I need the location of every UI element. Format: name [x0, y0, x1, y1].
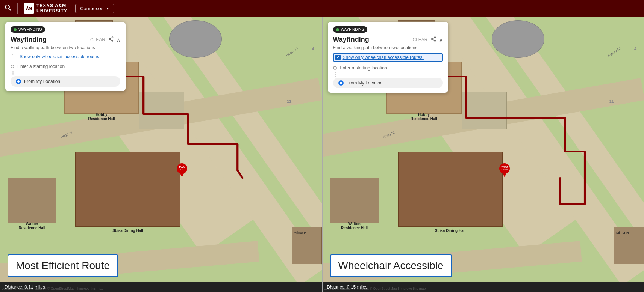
dots-connector-right	[333, 72, 443, 77]
search-icon[interactable]	[5, 4, 11, 13]
caption-box-right: Wheelchair Accessible	[330, 254, 452, 277]
dot3-right	[335, 76, 336, 77]
from-location-text-right: From My Location	[347, 80, 383, 86]
svg-line-1	[9, 8, 11, 10]
enter-location-label-left: Enter a starting location	[17, 64, 65, 69]
walton-building: WaltonResidence Hall	[8, 178, 56, 223]
wayfinding-actions-right: CLEAR ∧	[412, 36, 442, 43]
sbisa-label: Sbisa Dining Hall	[112, 229, 143, 233]
svg-line-18	[432, 38, 434, 39]
right-map-panel: HobbyResidence Hall Sbisa Dining Hall Wa…	[322, 17, 644, 292]
collapse-icon-right[interactable]: ∧	[439, 37, 443, 43]
svg-point-0	[5, 5, 9, 9]
badge-dot-right	[336, 28, 339, 31]
svg-point-7	[112, 40, 113, 41]
svg-line-10	[110, 39, 112, 41]
location-target-icon-right	[338, 80, 344, 86]
from-location-row-left[interactable]: From My Location	[11, 76, 120, 87]
maps-container: HobbyResidence Hall Sbisa Dining Hall Wa…	[0, 17, 644, 292]
right-map-bg[interactable]: HobbyResidence Hall Sbisa Dining Hall Wa…	[323, 17, 644, 292]
share-icon-left[interactable]	[108, 36, 114, 43]
location-target-inner-right	[340, 82, 342, 84]
wayfinding-title-left: Wayfinding	[11, 36, 47, 44]
milner-label: Milner H	[294, 231, 307, 235]
svg-text:TAMU: TAMU	[501, 166, 508, 168]
svg-marker-3	[179, 171, 185, 177]
wayfinding-panel-right: WAYFINDING Wayfinding CLEAR	[328, 22, 448, 93]
clear-button-left[interactable]: CLEAR	[90, 37, 105, 42]
nav-divider	[17, 3, 18, 14]
right-walton-building: WaltonResidence Hall	[330, 178, 379, 223]
right-map-num-4: 4	[634, 47, 636, 51]
dot2-right	[335, 74, 336, 75]
svg-line-19	[432, 39, 434, 41]
badge-text-right: WAYFINDING	[341, 27, 365, 32]
svg-point-16	[434, 40, 435, 41]
wayfinding-header-right: Wayfinding CLEAR ∧	[333, 36, 443, 44]
wheelchair-checkbox-left[interactable]	[12, 54, 17, 59]
from-location-text-left: From My Location	[24, 79, 60, 84]
location-dot-left	[11, 65, 14, 68]
tamu-logo-text: TEXAS A&M UNIVERSITY.	[36, 3, 68, 14]
dot1-left	[12, 71, 14, 72]
map-num-4: 4	[312, 47, 314, 51]
attribution-left: Leaflet | © mapbox © Mapbox © OpenStreet…	[2, 287, 103, 290]
enter-location-label-right: Enter a starting location	[340, 65, 387, 71]
dot3-left	[12, 74, 14, 75]
wheelchair-row-left[interactable]: Show only wheelchair accessible routes.	[11, 53, 120, 60]
sbisa-building: Sbisa Dining Hall	[75, 152, 180, 227]
caption-text-right: Wheelchair Accessible	[338, 260, 444, 271]
wayfinding-badge-right: WAYFINDING	[333, 26, 368, 33]
dot1-right	[335, 72, 336, 73]
navbar: ĀM TEXAS A&M UNIVERSITY. Campuses ▼	[0, 0, 644, 17]
wheelchair-label-left[interactable]: Show only wheelchair accessible routes.	[20, 54, 100, 59]
share-icon-right[interactable]	[431, 36, 436, 43]
svg-text:ENTER: ENTER	[501, 169, 508, 171]
right-map-num-11: 11	[609, 99, 614, 104]
attribution-text-left: Leaflet | © mapbox © Mapbox © OpenStreet…	[2, 287, 103, 290]
wheelchair-label-right[interactable]: Show only wheelchair accessible routes.	[343, 55, 424, 60]
wayfinding-badge-left: WAYFINDING	[11, 26, 45, 33]
wayfinding-header-left: Wayfinding CLEAR ∧	[11, 36, 120, 44]
walton-label: WaltonResidence Hall	[18, 222, 45, 230]
attribution-text-right: Leaflet | © mapbox © Mapbox © OpenStreet…	[324, 287, 426, 290]
tamu-logo-icon: ĀM	[24, 3, 34, 14]
right-sbisa-label: Sbisa Dining Hall	[435, 229, 466, 233]
chevron-down-icon: ▼	[106, 6, 109, 11]
parking-lot	[139, 92, 184, 129]
caption-text-left: Most Efficient Route	[16, 260, 110, 271]
location-target-icon-left	[16, 79, 21, 84]
left-map-panel: HobbyResidence Hall Sbisa Dining Hall Wa…	[0, 17, 322, 292]
wayfinding-panel-left: WAYFINDING Wayfinding CLEAR	[5, 22, 126, 91]
wayfinding-subtitle-left: Find a walking path between two location…	[11, 45, 120, 50]
collapse-icon-left[interactable]: ∧	[117, 37, 120, 43]
wayfinding-title-right: Wayfinding	[333, 36, 369, 44]
wheelchair-checkbox-right[interactable]	[335, 55, 341, 60]
clear-button-right[interactable]: CLEAR	[412, 37, 427, 42]
right-milner-building: Milner H	[614, 227, 644, 264]
caption-box-left: Most Efficient Route	[8, 254, 118, 277]
right-sbisa-building: Sbisa Dining Hall	[398, 152, 503, 227]
milner-building: Milner H	[292, 227, 322, 264]
attribution-right: Leaflet | © mapbox © Mapbox © OpenStreet…	[324, 287, 426, 290]
svg-line-9	[110, 38, 112, 39]
left-map-bg[interactable]: HobbyResidence Hall Sbisa Dining Hall Wa…	[0, 17, 322, 292]
destination-pin-left: TAMU ENTER	[176, 163, 188, 180]
svg-marker-12	[502, 171, 508, 177]
svg-point-6	[112, 37, 113, 38]
campuses-label: Campuses	[80, 6, 103, 11]
enter-location-row-left: Enter a starting location	[11, 64, 120, 69]
wayfinding-actions-left: CLEAR ∧	[90, 36, 120, 43]
location-dot-right	[333, 66, 337, 70]
dots-connector-left	[11, 71, 120, 75]
svg-point-8	[109, 39, 110, 40]
hobby-label: HobbyResidence Hall	[88, 113, 115, 121]
wayfinding-subtitle-right: Find a walking path between two location…	[333, 45, 443, 50]
destination-pin-right: TAMU ENTER	[499, 163, 511, 180]
map-num-11: 11	[287, 99, 291, 104]
location-target-inner-left	[17, 80, 20, 83]
enter-location-row-right: Enter a starting location	[333, 65, 443, 71]
wheelchair-row-right[interactable]: Show only wheelchair accessible routes.	[333, 53, 443, 62]
from-location-row-right[interactable]: From My Location	[333, 78, 443, 88]
campuses-button[interactable]: Campuses ▼	[75, 4, 114, 13]
